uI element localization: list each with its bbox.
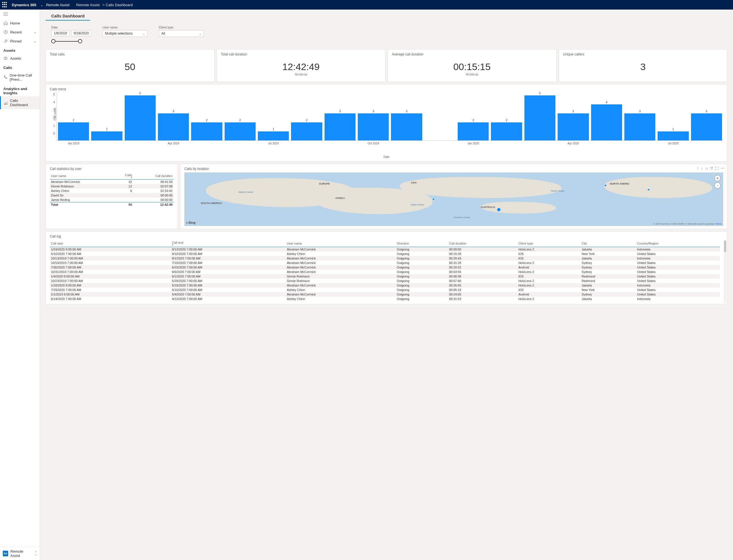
map-dot[interactable] xyxy=(432,198,435,200)
bar[interactable]: 1 xyxy=(91,128,122,140)
phone-icon xyxy=(3,75,7,80)
table-row[interactable]: 5/10/2020 7:00:00 AM8/10/2020 7:00:00 AM… xyxy=(50,252,720,256)
drilldown-icon[interactable]: ↓↓ xyxy=(705,166,708,170)
bar[interactable]: 2 xyxy=(291,119,322,140)
table-row[interactable]: 10/23/2019 7:00:00 AM5/29/2020 7:00:00 A… xyxy=(50,279,720,283)
filter-icon[interactable]: ▽ xyxy=(710,166,713,170)
table-row[interactable]: David So00:00:00 xyxy=(50,193,174,198)
app-launcher-icon[interactable] xyxy=(2,2,8,8)
nav-pinned[interactable]: Pinned ⌄ xyxy=(0,37,40,46)
bar[interactable]: 2 xyxy=(225,119,256,140)
table-row[interactable]: 1/24/2020 8:00:00 AM8/13/2020 7:00:00 AM… xyxy=(50,247,720,252)
col-duration[interactable]: Call duration xyxy=(448,240,517,247)
table-row[interactable]: 6/14/2020 7:00:00 AM4/13/2020 7:00:00 AM… xyxy=(50,297,720,301)
terms-link[interactable]: Terms xyxy=(716,223,722,225)
nav-home[interactable]: Home xyxy=(0,19,40,28)
card-label: Average call duration xyxy=(392,52,552,56)
bar[interactable]: 1 xyxy=(258,128,289,140)
table-row[interactable]: 10/13/2019 7:00:00 AM8/1/2020 7:00:00 AM… xyxy=(50,256,720,261)
table-row[interactable]: 7/29/2020 7:00:00 AM5/10/2020 7:00:00 AM… xyxy=(50,288,720,292)
col-city[interactable]: City xyxy=(580,240,636,247)
zoom-out-button[interactable]: − xyxy=(714,182,721,189)
client-dropdown[interactable]: All ⌄ xyxy=(159,30,204,37)
table-row[interactable]: 10/10/2019 7:00:00 AM7/19/2020 7:00:00 A… xyxy=(50,261,720,265)
table-row[interactable]: 1/4/2020 8:00:00 AM6/1/2020 7:00:00 AMGi… xyxy=(50,274,720,279)
chevron-down-icon[interactable]: ⌄ xyxy=(40,3,43,7)
table-row[interactable]: 1/18/2020 8:00:00 AM5/19/2020 7:00:00 AM… xyxy=(50,283,720,288)
slider-handle-end[interactable] xyxy=(78,39,82,43)
nav-home-label: Home xyxy=(10,21,20,25)
app-badge: RA xyxy=(3,551,8,556)
user-dropdown[interactable]: Multiple selections ⌄ xyxy=(102,30,148,37)
calls-trend-chart[interactable]: Call count 543210 2153221233322534313 Ja… xyxy=(50,93,723,149)
footer-app-label: Remote Assist xyxy=(10,549,32,558)
arrow-down-icon[interactable]: ↓ xyxy=(701,166,703,170)
table-row[interactable]: 2/1/2019 8:00:00 AM5/4/2020 7:00:00 AMAb… xyxy=(50,292,720,297)
sidebar-footer[interactable]: RA Remote Assist ⌃⌄ xyxy=(0,547,40,560)
bar[interactable]: 3 xyxy=(158,110,189,140)
bar[interactable]: 1 xyxy=(658,128,689,140)
arrow-up-icon[interactable]: ↑ xyxy=(697,166,699,170)
calls-trend-panel: Calls trend Call count 543210 2153221233… xyxy=(46,84,727,162)
date-from-input[interactable]: 1/6/2019 xyxy=(51,30,70,36)
table-row[interactable]: 10/31/2019 7:00:00 AM6/6/2020 7:00:00 AM… xyxy=(50,270,720,274)
table-row[interactable]: 7/30/2020 7:00:00 AM6/23/2020 7:00:00 AM… xyxy=(50,265,720,270)
bar[interactable]: 2 xyxy=(191,119,222,140)
bar[interactable]: 3 xyxy=(358,110,389,140)
chevron-down-icon[interactable]: ⌄ xyxy=(34,30,36,34)
bar[interactable]: 3 xyxy=(391,110,422,140)
slider-handle-start[interactable] xyxy=(51,39,55,43)
breadcrumb-root[interactable]: Remote Assist xyxy=(76,3,100,7)
bar[interactable]: 2 xyxy=(458,119,489,140)
bing-logo: ♭ Bing xyxy=(186,221,196,225)
nav-group-assets: Assets xyxy=(0,46,40,54)
world-map[interactable]: EUROPE ASIA NORTH AMERIC AFRICA SOUTH AM… xyxy=(184,173,723,226)
card-label: Total calls xyxy=(50,52,210,56)
bar[interactable]: 4 xyxy=(591,101,622,140)
scrollbar-thumb[interactable] xyxy=(724,241,726,252)
chevron-down-icon[interactable]: ⌄ xyxy=(34,39,36,43)
map-dot[interactable] xyxy=(497,208,501,212)
col-country[interactable]: Country/Region xyxy=(636,240,720,247)
col-calls[interactable]: Calls▾ xyxy=(114,173,133,180)
col-duration[interactable]: Call duration xyxy=(133,173,174,180)
col-user[interactable]: User name xyxy=(286,240,396,247)
switcher-icon[interactable]: ⌃⌄ xyxy=(35,551,37,556)
call-log-panel: Call log Call start Call end▾ User name … xyxy=(46,231,727,304)
bar[interactable]: 5 xyxy=(125,92,156,140)
card-label: Total call duration xyxy=(221,52,381,56)
main-content: Calls Dashboard Date 1/6/2019 9/18/2020 xyxy=(40,10,733,560)
hamburger-icon[interactable] xyxy=(0,10,40,19)
col-user[interactable]: User name xyxy=(50,173,114,180)
more-icon[interactable]: ⋯ xyxy=(721,166,724,170)
nav-onetime-call[interactable]: One-time Call (Previ... xyxy=(0,71,40,84)
bar[interactable]: 3 xyxy=(325,110,356,140)
bar[interactable]: 3 xyxy=(691,110,722,140)
filter-user-label: User name xyxy=(102,26,148,29)
chart-icon xyxy=(3,100,8,105)
clock-icon xyxy=(3,30,8,34)
bar[interactable]: 2 xyxy=(58,119,89,140)
bar[interactable]: 3 xyxy=(558,110,589,140)
nav-recent[interactable]: Recent ⌄ xyxy=(0,28,40,37)
scrollbar[interactable] xyxy=(724,240,727,303)
bar[interactable]: 3 xyxy=(624,110,655,140)
bar[interactable]: 5 xyxy=(524,92,555,140)
col-client[interactable]: Client type xyxy=(517,240,581,247)
date-range-slider[interactable] xyxy=(51,39,82,44)
table-row[interactable]: Jamie Reding00:00:00 xyxy=(50,198,174,202)
zoom-in-button[interactable]: + xyxy=(714,175,721,181)
col-end[interactable]: Call end▾ xyxy=(171,240,286,247)
col-start[interactable]: Call start xyxy=(50,240,171,247)
breadcrumb-current: Calls Dashboard xyxy=(106,3,133,7)
bar[interactable]: 2 xyxy=(491,119,522,140)
table-row[interactable]: Ashley Chinn601:53:42 xyxy=(50,189,174,193)
focus-icon[interactable]: ⛶ xyxy=(715,166,719,170)
col-direction[interactable]: Direction xyxy=(396,240,448,247)
date-to-input[interactable]: 9/18/2020 xyxy=(71,30,91,36)
nav-calls-dashboard[interactable]: Calls Dashboard xyxy=(0,96,40,109)
ocean-southern: Southern Ocean xyxy=(454,216,470,219)
nav-assets[interactable]: Assets xyxy=(0,54,40,63)
table-row[interactable]: Ginnie Robinson1202:07:08 xyxy=(50,184,174,189)
table-row[interactable]: Abraham McCormick3208:41:59 xyxy=(50,180,174,184)
